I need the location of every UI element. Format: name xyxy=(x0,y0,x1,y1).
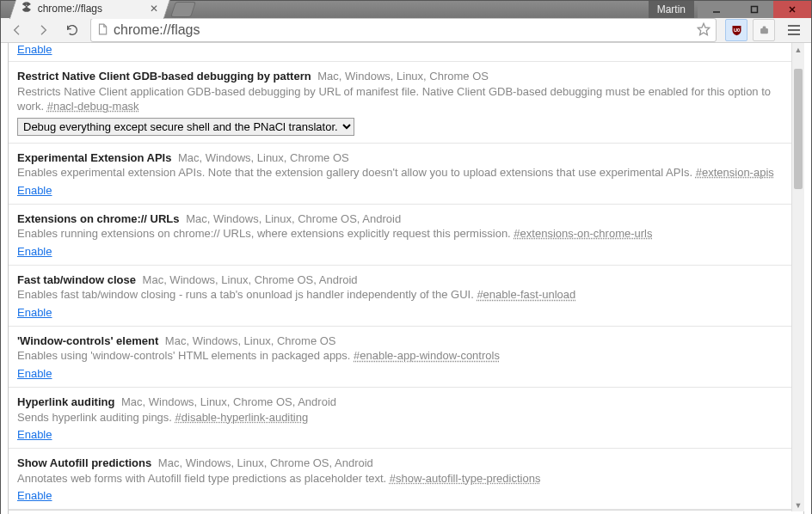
radiation-icon xyxy=(21,1,33,15)
window-titlebar: chrome://flags ✕ Martin xyxy=(1,1,811,18)
flag-description: Annotates web forms with Autofill field … xyxy=(17,472,390,485)
flag-title: Extensions on chrome:// URLs xyxy=(17,212,180,225)
flag-description: Enables using 'window-controls' HTML ele… xyxy=(17,349,354,362)
flag-anchor-link[interactable]: #extension-apis xyxy=(696,166,774,179)
flag-platforms: Mac, Windows, Linux, Chrome OS, Android xyxy=(155,456,373,469)
flag-action-link[interactable]: Enable xyxy=(17,367,52,380)
window-close-button[interactable] xyxy=(773,1,811,18)
bookmark-star-icon[interactable] xyxy=(697,22,710,39)
address-bar[interactable] xyxy=(90,18,717,42)
flag-platforms: Mac, Windows, Linux, Chrome OS, Android xyxy=(183,212,402,225)
tab-strip: chrome://flags ✕ xyxy=(13,0,194,19)
flag-select[interactable]: Debug everything except secure shell and… xyxy=(17,118,354,136)
flag-title: Experimental Extension APIs xyxy=(17,151,171,164)
browser-tab[interactable]: chrome://flags ✕ xyxy=(9,0,171,19)
flag-title: 'Window-controls' element xyxy=(17,334,158,347)
flag-anchor-link[interactable]: #extensions-on-chrome-urls xyxy=(514,227,652,240)
browser-toolbar: U0 xyxy=(1,18,811,43)
flag-platforms: Mac, Windows, Linux, Chrome OS xyxy=(175,151,348,164)
flag-item: Extensions on chrome:// URLs Mac, Window… xyxy=(9,205,803,266)
back-button[interactable] xyxy=(6,19,28,41)
scrollbar[interactable]: ▲ ▼ xyxy=(791,43,804,511)
flag-action-link[interactable]: Enable xyxy=(17,184,52,197)
flag-platforms: Mac, Windows, Linux, Chrome OS, Android xyxy=(118,395,336,408)
flag-anchor-link[interactable]: #enable-fast-unload xyxy=(477,288,575,301)
flag-item: Experimental Extension APIs Mac, Windows… xyxy=(9,144,803,205)
flag-action-link[interactable]: Enable xyxy=(17,428,52,441)
flag-action-link[interactable]: Enable xyxy=(17,306,52,319)
profile-button[interactable]: Martin xyxy=(649,1,694,18)
scrollbar-thumb[interactable] xyxy=(794,69,803,189)
flag-anchor-link[interactable]: #show-autofill-type-predictions xyxy=(390,472,541,485)
flag-item: Hyperlink auditing Mac, Windows, Linux, … xyxy=(9,388,803,449)
new-tab-button[interactable] xyxy=(170,2,196,17)
flag-description: Enables running extensions on chrome:// … xyxy=(17,227,514,240)
flag-anchor-link[interactable]: #disable-hyperlink-auditing xyxy=(175,411,309,424)
scroll-down-icon[interactable]: ▼ xyxy=(792,499,804,511)
tab-close-icon[interactable]: ✕ xyxy=(146,3,162,15)
flag-platforms: Mac, Windows, Linux, Chrome OS, Android xyxy=(139,273,358,286)
flag-title: Restrict Native Client GDB-based debuggi… xyxy=(17,70,311,83)
flag-action-link[interactable]: Enable xyxy=(17,245,52,258)
flag-item: Fast tab/window close Mac, Windows, Linu… xyxy=(9,266,803,327)
flag-title: Fast tab/window close xyxy=(17,273,136,286)
flags-list: Enable Restrict Native Client GDB-based … xyxy=(8,43,804,511)
url-input[interactable] xyxy=(114,22,697,38)
relaunch-footer: Your changes will take effect the next t… xyxy=(8,510,804,514)
window-minimize-button[interactable] xyxy=(698,1,735,18)
flag-item: Restrict Native Client GDB-based debuggi… xyxy=(9,62,803,144)
svg-text:U0: U0 xyxy=(733,28,739,33)
page-icon xyxy=(96,23,108,38)
tab-title: chrome://flags xyxy=(38,3,146,15)
flag-anchor-link[interactable]: #enable-app-window-controls xyxy=(354,349,500,362)
extension-icon[interactable] xyxy=(753,19,775,41)
ublock-extension-icon[interactable]: U0 xyxy=(725,19,747,41)
flag-action-link[interactable]: Enable xyxy=(9,43,803,62)
flag-anchor-link[interactable]: #nacl-debug-mask xyxy=(47,100,139,113)
scroll-up-icon[interactable]: ▲ xyxy=(792,43,804,56)
flag-item: Show Autofill predictions Mac, Windows, … xyxy=(9,449,803,510)
profile-name: Martin xyxy=(657,3,686,15)
page-content: Enable Restrict Native Client GDB-based … xyxy=(1,43,811,514)
flag-platforms: Mac, Windows, Linux, Chrome OS xyxy=(162,334,335,347)
flag-action-link[interactable]: Enable xyxy=(17,489,52,502)
forward-button[interactable] xyxy=(32,19,54,41)
flag-description: Sends hyperlink auditing pings. xyxy=(17,411,175,424)
flag-item: 'Window-controls' element Mac, Windows, … xyxy=(9,327,803,388)
svg-rect-2 xyxy=(752,7,758,13)
window-maximize-button[interactable] xyxy=(735,1,773,18)
flag-description: Enables fast tab/window closing - runs a… xyxy=(17,288,477,301)
chrome-menu-button[interactable] xyxy=(782,18,806,42)
svg-rect-8 xyxy=(762,26,766,28)
reload-button[interactable] xyxy=(61,19,83,41)
flag-description: Enables experimental extension APIs. Not… xyxy=(17,166,696,179)
flag-platforms: Mac, Windows, Linux, Chrome OS xyxy=(315,70,489,83)
flag-title: Show Autofill predictions xyxy=(17,456,151,469)
flag-title: Hyperlink auditing xyxy=(17,395,114,408)
svg-marker-5 xyxy=(698,23,709,34)
svg-rect-7 xyxy=(760,28,768,34)
